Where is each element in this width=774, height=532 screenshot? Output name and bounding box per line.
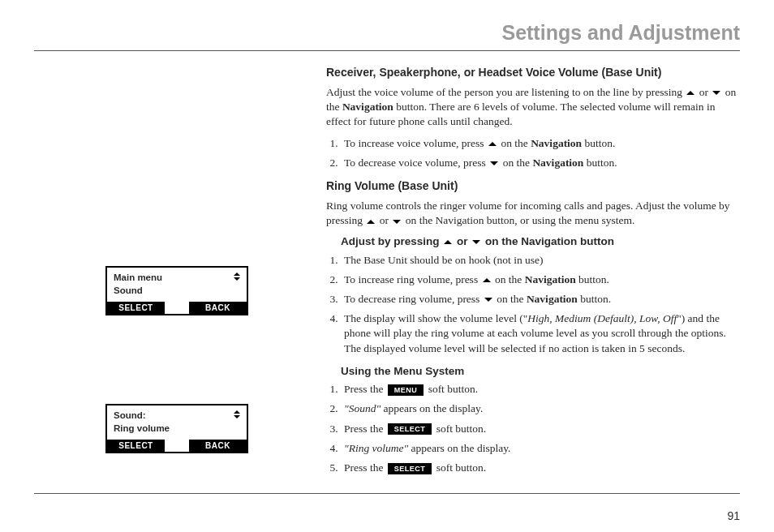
- list-item: The Base Unit should be on hook (not in …: [341, 253, 740, 268]
- rule-top: [34, 50, 740, 51]
- list-item: To increase voice volume, press on the N…: [341, 136, 740, 151]
- list-item: "Ring volume" appears on the display.: [341, 441, 740, 456]
- lcd-screen-sound: Sound: Ring volume SELECT BACK: [105, 404, 248, 453]
- text: on the Navigation button: [482, 235, 614, 247]
- lcd-footer: SELECT BACK: [107, 440, 247, 452]
- up-icon: [444, 240, 452, 244]
- up-icon: [686, 91, 694, 95]
- nav-label: Navigation: [531, 137, 582, 149]
- text: Adjust the voice volume of the person yo…: [326, 86, 685, 98]
- section1-steps: To increase voice volume, press on the N…: [341, 136, 740, 170]
- up-icon: [367, 220, 375, 224]
- lcd-line1: Main menu: [114, 272, 240, 282]
- down-icon: [490, 161, 498, 165]
- adjust-steps: The Base Unit should be on hook (not in …: [341, 253, 740, 356]
- up-icon: [483, 278, 491, 282]
- lcd-select-label: SELECT: [107, 440, 165, 452]
- italic-text: "Sound": [344, 402, 381, 414]
- list-item: "Sound" appears on the display.: [341, 401, 740, 416]
- list-item: Press the MENU soft button.: [341, 382, 740, 397]
- text: or: [454, 235, 471, 247]
- text: Adjust by pressing: [341, 235, 442, 247]
- page-title: Settings and Adjustment: [501, 21, 740, 45]
- down-icon: [712, 91, 720, 95]
- nav-label: Navigation: [342, 101, 393, 113]
- list-item: Press the SELECT soft button.: [341, 422, 740, 436]
- text: button.: [578, 293, 611, 305]
- page-number: 91: [727, 509, 740, 522]
- list-item: To decrease voice volume, press on the N…: [341, 156, 740, 170]
- section1-intro: Adjust the voice volume of the person yo…: [326, 85, 740, 130]
- lcd-body: Sound: Ring volume: [107, 405, 247, 440]
- text: on the: [498, 137, 531, 149]
- section2-intro: Ring volume controls the ringer volume f…: [326, 199, 740, 228]
- italic-text: "Ring volume": [344, 442, 408, 454]
- text: on the: [494, 293, 527, 305]
- text: button.: [583, 157, 617, 169]
- select-softbutton: SELECT: [388, 463, 432, 474]
- menu-softbutton: MENU: [388, 384, 424, 396]
- subhead-menu: Using the Menu System: [341, 364, 740, 379]
- text: button.: [582, 137, 615, 149]
- text: soft button.: [433, 423, 486, 435]
- nav-label: Navigation: [532, 157, 583, 169]
- text: appears on the display.: [381, 402, 483, 414]
- lcd-back-label: BACK: [189, 440, 247, 452]
- nav-label: Navigation: [527, 293, 578, 305]
- text: Press the: [344, 423, 386, 435]
- lcd-body: Main menu Sound: [107, 268, 247, 302]
- lcd-gap: [165, 440, 189, 452]
- down-icon: [484, 298, 492, 302]
- list-item: Press the SELECT soft button.: [341, 461, 740, 475]
- list-item: To increase ring volume, press on the Na…: [341, 272, 740, 287]
- updown-icon: [234, 272, 240, 281]
- text: button.: [576, 273, 609, 285]
- rule-bottom: [34, 493, 740, 494]
- down-icon: [393, 220, 401, 224]
- body-content: Receiver, Speakerphone, or Headset Voice…: [326, 65, 740, 483]
- text: Press the: [344, 383, 386, 395]
- section1-heading: Receiver, Speakerphone, or Headset Voice…: [326, 65, 740, 80]
- up-icon: [488, 142, 497, 146]
- text: The display will show the volume level (…: [344, 312, 527, 324]
- text: on the: [500, 157, 532, 169]
- text: or: [376, 214, 391, 226]
- text: or: [696, 86, 711, 98]
- down-icon: [472, 240, 480, 244]
- text: appears on the display.: [408, 442, 510, 454]
- section2-heading: Ring Volume (Base Unit): [326, 178, 740, 194]
- updown-icon: [234, 410, 240, 418]
- list-item: To decrease ring volume, press on the Na…: [341, 292, 740, 307]
- text: on the: [492, 273, 525, 285]
- text: To decrease ring volume, press: [344, 293, 483, 305]
- lcd-line2: Sound: [114, 285, 240, 295]
- menu-steps: Press the MENU soft button. "Sound" appe…: [341, 382, 740, 475]
- lcd-back-label: BACK: [189, 302, 247, 314]
- lcd-screen-main-menu: Main menu Sound SELECT BACK: [105, 266, 248, 315]
- text: Press the: [344, 461, 386, 474]
- text: To decrease voice volume, press: [344, 157, 488, 169]
- nav-label: Navigation: [525, 273, 576, 285]
- text: To increase voice volume, press: [344, 137, 487, 149]
- lcd-gap: [165, 302, 189, 314]
- lcd-footer: SELECT BACK: [107, 302, 247, 314]
- text: on the Navigation button, or using the m…: [402, 214, 634, 226]
- text: soft button.: [433, 461, 486, 474]
- text: To increase ring volume, press: [344, 273, 481, 285]
- text: soft button.: [425, 383, 478, 395]
- lcd-select-label: SELECT: [107, 302, 165, 314]
- select-softbutton: SELECT: [388, 423, 432, 435]
- subhead-adjust: Adjust by pressing or on the Navigation …: [341, 234, 740, 249]
- lcd-line1: Sound:: [114, 410, 240, 420]
- italic-text: High, Medium (Default), Low, Off: [527, 312, 677, 324]
- lcd-line2: Ring volume: [114, 423, 240, 433]
- list-item: The display will show the volume level (…: [341, 311, 740, 356]
